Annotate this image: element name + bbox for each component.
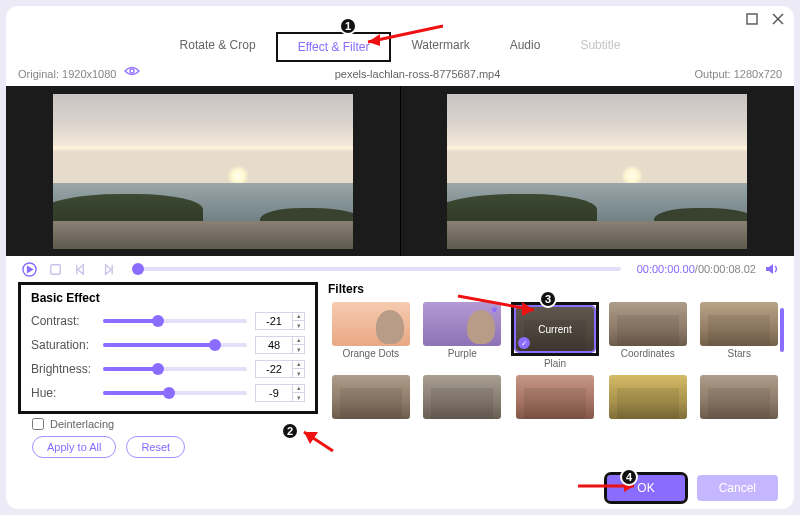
annotation-badge-1: 1: [339, 17, 357, 35]
svg-marker-11: [766, 264, 773, 274]
deinterlacing-checkbox[interactable]: [32, 418, 44, 430]
annotation-arrow-3: [456, 292, 546, 322]
filter-item[interactable]: Coordinates: [605, 302, 691, 369]
preview-area: [6, 86, 794, 256]
filter-thumb[interactable]: [423, 375, 501, 419]
effect-label: Hue:: [31, 386, 103, 400]
preview-original: [6, 86, 400, 256]
effect-value-box[interactable]: 48 ▴ ▾: [255, 336, 305, 354]
cancel-button[interactable]: Cancel: [697, 475, 778, 501]
filter-item[interactable]: Orange Dots: [328, 302, 414, 369]
effect-value-box[interactable]: -22 ▴ ▾: [255, 360, 305, 378]
svg-rect-6: [50, 264, 59, 273]
basic-effect-heading: Basic Effect: [31, 291, 305, 305]
filter-thumb[interactable]: [609, 302, 687, 346]
preview-output: [400, 86, 795, 256]
filter-thumb[interactable]: [516, 375, 594, 419]
filter-item[interactable]: [328, 375, 414, 421]
effect-label: Contrast:: [31, 314, 103, 328]
next-frame-button[interactable]: [98, 260, 116, 278]
svg-marker-13: [368, 34, 380, 46]
filter-thumb[interactable]: [332, 302, 410, 346]
tab-rotate-crop[interactable]: Rotate & Crop: [160, 32, 276, 62]
annotation-badge-4: 4: [620, 468, 638, 486]
spin-down-icon[interactable]: ▾: [292, 369, 304, 378]
effect-slider[interactable]: [103, 319, 247, 323]
prev-frame-button[interactable]: [72, 260, 90, 278]
filter-label: Plain: [544, 358, 566, 369]
effect-value: 48: [256, 339, 292, 351]
effect-value-box[interactable]: -9 ▴ ▾: [255, 384, 305, 402]
timeline-slider[interactable]: [132, 267, 621, 271]
basic-effect-row: Saturation: 48 ▴ ▾: [31, 333, 305, 357]
effect-value: -9: [256, 387, 292, 399]
eye-icon[interactable]: [124, 66, 140, 82]
apply-to-all-button[interactable]: Apply to All: [32, 436, 116, 458]
effect-value: -21: [256, 315, 292, 327]
annotation-arrow-1: [358, 22, 448, 56]
effect-slider[interactable]: [103, 391, 247, 395]
check-icon: ✓: [518, 337, 530, 349]
annotation-badge-3: 3: [539, 290, 557, 308]
filter-item[interactable]: Stars: [697, 302, 783, 369]
reset-button[interactable]: Reset: [126, 436, 185, 458]
svg-marker-7: [77, 264, 83, 273]
spin-up-icon[interactable]: ▴: [292, 312, 304, 321]
spin-up-icon[interactable]: ▴: [292, 360, 304, 369]
filter-item[interactable]: [697, 375, 783, 421]
filename: pexels-lachlan-ross-8775687.mp4: [140, 68, 694, 80]
effect-slider[interactable]: [103, 343, 247, 347]
basic-effect-row: Brightness: -22 ▴ ▾: [31, 357, 305, 381]
filter-thumb[interactable]: [700, 375, 778, 419]
basic-effect-row: Contrast: -21 ▴ ▾: [31, 309, 305, 333]
app-window: Rotate & Crop Effect & Filter Watermark …: [6, 6, 794, 509]
filters-panel: Filters Orange Dots ★ Purple Current ✓ P…: [328, 282, 782, 464]
svg-marker-17: [522, 302, 534, 316]
info-bar: Original: 1920x1080 pexels-lachlan-ross-…: [6, 62, 794, 86]
svg-marker-9: [105, 264, 111, 273]
svg-marker-15: [304, 432, 318, 444]
volume-icon[interactable]: [764, 261, 780, 277]
svg-point-3: [130, 69, 134, 73]
tab-subtitle: Subtitle: [560, 32, 640, 62]
filters-scrollbar[interactable]: [780, 308, 784, 352]
original-label: Original: 1920x1080: [18, 68, 116, 80]
svg-marker-5: [27, 266, 32, 272]
filter-thumb[interactable]: [700, 302, 778, 346]
filter-item[interactable]: [511, 375, 599, 421]
basic-effect-row: Hue: -9 ▴ ▾: [31, 381, 305, 405]
effect-label: Brightness:: [31, 362, 103, 376]
effect-value-box[interactable]: -21 ▴ ▾: [255, 312, 305, 330]
filter-item[interactable]: [420, 375, 506, 421]
effect-label: Saturation:: [31, 338, 103, 352]
spin-down-icon[interactable]: ▾: [292, 321, 304, 330]
filter-label: Orange Dots: [342, 348, 399, 359]
filter-thumb[interactable]: [609, 375, 687, 419]
deinterlacing-row: Deinterlacing: [18, 414, 318, 430]
filter-label: Coordinates: [621, 348, 675, 359]
spin-up-icon[interactable]: ▴: [292, 384, 304, 393]
filter-label: Stars: [728, 348, 751, 359]
filter-item[interactable]: [605, 375, 691, 421]
effect-slider[interactable]: [103, 367, 247, 371]
effect-value: -22: [256, 363, 292, 375]
spin-down-icon[interactable]: ▾: [292, 393, 304, 402]
filter-label: Purple: [448, 348, 477, 359]
playback-bar: 00:00:00.00/00:00:08.02: [6, 256, 794, 282]
maximize-icon[interactable]: [746, 13, 758, 25]
spin-up-icon[interactable]: ▴: [292, 336, 304, 345]
lower-section: Basic Effect Contrast: -21 ▴ ▾ Saturatio…: [6, 282, 794, 470]
annotation-arrow-2: [298, 426, 338, 460]
time-display: 00:00:00.00/00:00:08.02: [637, 263, 756, 275]
annotation-badge-2: 2: [281, 422, 299, 440]
tab-audio[interactable]: Audio: [490, 32, 561, 62]
basic-effect-panel: Basic Effect Contrast: -21 ▴ ▾ Saturatio…: [18, 282, 318, 414]
play-button[interactable]: [20, 260, 38, 278]
svg-rect-0: [747, 14, 757, 24]
spin-down-icon[interactable]: ▾: [292, 345, 304, 354]
close-icon[interactable]: [772, 13, 784, 25]
filter-thumb[interactable]: [332, 375, 410, 419]
deinterlacing-label: Deinterlacing: [50, 418, 114, 430]
stop-button[interactable]: [46, 260, 64, 278]
output-label: Output: 1280x720: [695, 68, 782, 80]
